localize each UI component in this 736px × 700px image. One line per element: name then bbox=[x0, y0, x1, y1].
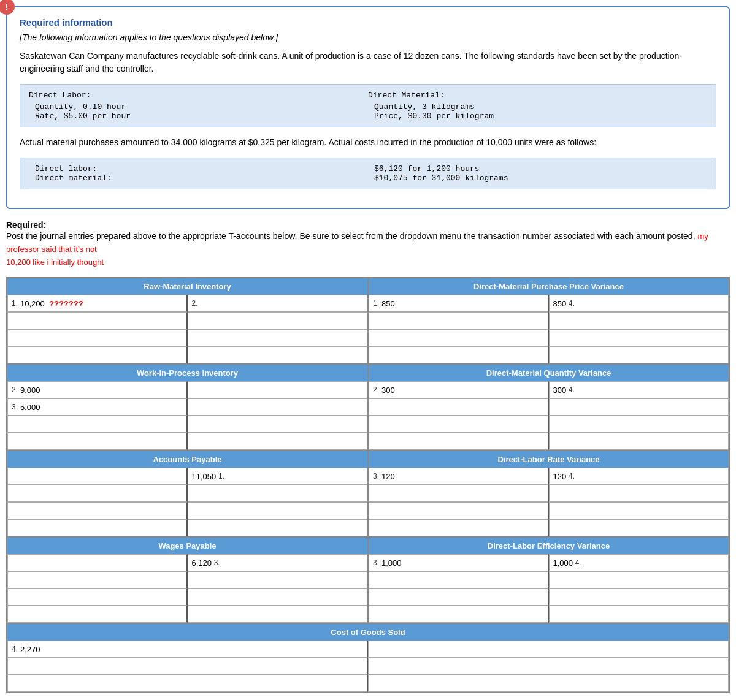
wages-r4-right bbox=[188, 606, 368, 623]
dm-ppv-account: Direct-Material Purchase Price Variance … bbox=[368, 278, 729, 364]
dm-qv-r3-right-input[interactable] bbox=[553, 420, 725, 429]
dl-rv-r2-left-input[interactable] bbox=[373, 489, 544, 498]
dm-qv-r1-right-num: 4. bbox=[569, 386, 575, 394]
raw-material-account: Raw-Material Inventory 1. 10,200 ???????… bbox=[7, 278, 368, 364]
dl-ev-r2-left-input[interactable] bbox=[373, 576, 544, 585]
dl-ev-header: Direct-Labor Efficiency Variance bbox=[369, 538, 729, 554]
t-accounts-container: Raw-Material Inventory 1. 10,200 ???????… bbox=[6, 277, 730, 693]
dm-ppv-r4-left-input[interactable] bbox=[373, 351, 544, 360]
dl-rv-r2-right-input[interactable] bbox=[553, 489, 725, 498]
wages-r1-right: 6,120 3. bbox=[188, 554, 368, 571]
dm-ppv-r2-left-input[interactable] bbox=[373, 316, 544, 325]
dm-ppv-r2-left bbox=[369, 312, 549, 329]
raw-mat-r4-left bbox=[7, 346, 188, 363]
dm-qv-r3-left bbox=[369, 416, 549, 433]
dm-qv-r2-left-input[interactable] bbox=[373, 403, 544, 412]
raw-mat-r2-left-input[interactable] bbox=[12, 316, 183, 325]
wages-r3-left-input[interactable] bbox=[12, 593, 183, 602]
actual-col2-row2: $10,075 for 31,000 kilograms bbox=[368, 173, 707, 183]
raw-mat-r4-right-input[interactable] bbox=[192, 351, 364, 360]
raw-mat-r2-left bbox=[7, 312, 188, 329]
ap-r3-right-input[interactable] bbox=[192, 506, 364, 515]
standards-col1-header: Direct Labor: bbox=[29, 91, 368, 100]
annotation-text: my professor said that it's not10,200 li… bbox=[6, 232, 708, 267]
standards-col2-header: Direct Material: bbox=[368, 91, 707, 100]
actual-col2-row1: $6,120 for 1,200 hours bbox=[368, 164, 707, 173]
wip-r3-left-input[interactable] bbox=[12, 420, 183, 429]
raw-mat-r3-left-input[interactable] bbox=[12, 333, 183, 343]
dl-rv-r1-right-val: 120 bbox=[553, 472, 567, 481]
dm-ppv-r3-left-input[interactable] bbox=[373, 333, 544, 343]
actual-col1-row1: Direct labor: bbox=[29, 164, 368, 173]
dm-qv-r3-right bbox=[549, 416, 729, 433]
wages-r4-left bbox=[7, 606, 188, 623]
dl-ev-r4-left-input[interactable] bbox=[373, 610, 544, 619]
wages-r4-right-input[interactable] bbox=[192, 610, 364, 619]
wages-r2-left-input[interactable] bbox=[12, 576, 183, 585]
dl-ev-r3-right bbox=[549, 588, 729, 606]
wages-r1-left-input[interactable] bbox=[12, 558, 183, 568]
dm-qv-r4-right-input[interactable] bbox=[553, 437, 725, 446]
raw-mat-r1-right-input[interactable] bbox=[201, 299, 363, 308]
ap-r2-left bbox=[7, 485, 188, 502]
ap-r1-right-val: 11,050 bbox=[192, 472, 217, 481]
dm-qv-r4-left-input[interactable] bbox=[373, 437, 544, 446]
dl-ev-r2-right-input[interactable] bbox=[553, 576, 725, 585]
dl-ev-r1-right: 1,000 4. bbox=[549, 554, 729, 571]
cogs-r3-left-input[interactable] bbox=[12, 679, 363, 688]
dm-ppv-header: Direct-Material Purchase Price Variance bbox=[369, 278, 729, 295]
ap-r3-left-input[interactable] bbox=[12, 506, 183, 515]
wip-r1-right-input[interactable] bbox=[192, 386, 364, 395]
wip-r4-right-input[interactable] bbox=[192, 437, 364, 446]
dl-ev-r2-left bbox=[369, 571, 549, 588]
dl-rv-r1-right: 120 4. bbox=[549, 468, 729, 485]
dm-qv-r3-left-input[interactable] bbox=[373, 420, 544, 429]
ap-r1-left bbox=[7, 468, 188, 485]
cogs-r2-left-input[interactable] bbox=[12, 662, 363, 671]
cogs-r1-right-input[interactable] bbox=[372, 645, 724, 654]
dl-rv-r4-right bbox=[549, 519, 729, 536]
dm-ppv-r2-right-input[interactable] bbox=[553, 316, 725, 325]
ap-r2-left-input[interactable] bbox=[12, 489, 183, 498]
dm-qv-r2-right-input[interactable] bbox=[553, 403, 725, 412]
dl-ev-r1-left-num: 3. bbox=[373, 558, 379, 567]
dl-rv-r4-right-input[interactable] bbox=[553, 523, 725, 533]
wages-payable-body: 6,120 3. bbox=[7, 554, 367, 623]
cogs-r3-right-input[interactable] bbox=[372, 679, 724, 688]
dl-ev-r3-left-input[interactable] bbox=[373, 593, 544, 602]
wip-r4-left-input[interactable] bbox=[12, 437, 183, 446]
standards-col2-row1: Quantity, 3 kilograms bbox=[368, 102, 707, 112]
wip-r3-right-input[interactable] bbox=[192, 420, 364, 429]
dm-qv-r4-left bbox=[369, 433, 549, 450]
cogs-r2-right-input[interactable] bbox=[372, 662, 724, 671]
dm-ppv-r3-right bbox=[549, 329, 729, 346]
wip-r2-right-input[interactable] bbox=[192, 403, 364, 412]
dm-ppv-r3-right-input[interactable] bbox=[553, 333, 725, 343]
dm-ppv-r1-left: 1. 850 bbox=[369, 295, 549, 312]
cogs-r2-left bbox=[7, 658, 368, 675]
wages-r2-right-input[interactable] bbox=[192, 576, 364, 585]
info-box: ! Required information [The following in… bbox=[6, 6, 730, 209]
dl-rv-r4-left-input[interactable] bbox=[373, 523, 544, 533]
dl-rv-r3-right-input[interactable] bbox=[553, 506, 725, 515]
raw-mat-question: ??????? bbox=[49, 299, 83, 308]
dl-ev-r3-right-input[interactable] bbox=[553, 593, 725, 602]
ap-r2-right-input[interactable] bbox=[192, 489, 364, 498]
wip-r2-left-num: 3. bbox=[12, 403, 18, 411]
ap-r1-left-input[interactable] bbox=[12, 472, 183, 481]
wages-r3-right-input[interactable] bbox=[192, 593, 364, 602]
wages-r4-left-input[interactable] bbox=[12, 610, 183, 619]
dm-qv-body: 2. 300 300 4. bbox=[369, 381, 729, 450]
raw-mat-r2-right bbox=[188, 312, 368, 329]
dl-ev-r4-right-input[interactable] bbox=[553, 610, 725, 619]
ap-r4-right-input[interactable] bbox=[192, 523, 364, 533]
dl-rv-r1-left-val: 120 bbox=[381, 472, 395, 481]
dl-rv-r3-left-input[interactable] bbox=[373, 506, 544, 515]
raw-mat-r3-right-input[interactable] bbox=[192, 333, 364, 343]
raw-mat-r4-left-input[interactable] bbox=[12, 351, 183, 360]
ap-r4-left-input[interactable] bbox=[12, 523, 183, 533]
raw-mat-r2-right-input[interactable] bbox=[192, 316, 364, 325]
dm-ppv-r1-right-num: 4. bbox=[569, 299, 575, 308]
dm-ppv-r4-right-input[interactable] bbox=[553, 351, 725, 360]
dl-rv-r1-left: 3. 120 bbox=[369, 468, 549, 485]
